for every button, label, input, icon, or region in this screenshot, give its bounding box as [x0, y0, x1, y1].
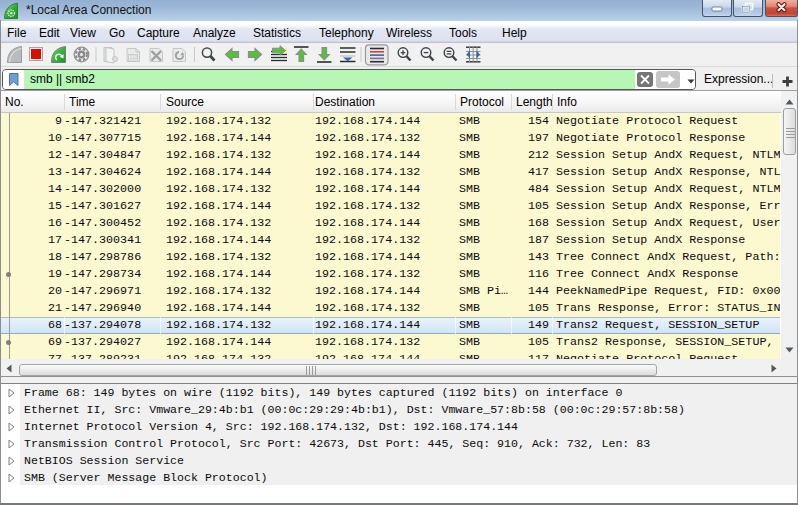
svg-text:010: 010: [130, 55, 138, 60]
